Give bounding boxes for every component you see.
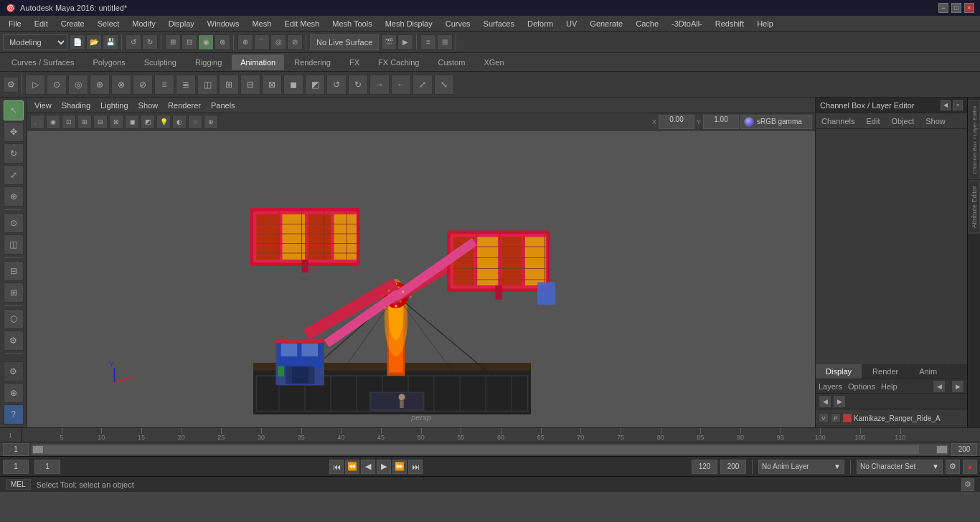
shelf-button-14[interactable]: ↺ [326, 75, 347, 95]
save-file-button[interactable]: 💾 [103, 34, 118, 50]
menu-item-windows[interactable]: Windows [202, 18, 245, 29]
menu-item-generate[interactable]: Generate [584, 18, 628, 29]
create-poly-button[interactable]: ⬡ [4, 309, 24, 329]
play-backward-button[interactable]: ◀ [361, 460, 375, 474]
shelf-button-4[interactable]: ⊗ [111, 75, 131, 95]
camera-select-button[interactable]: 🎥 [30, 115, 44, 129]
layer-playback-button[interactable]: P [831, 413, 841, 423]
start-frame-field[interactable]: 1 [34, 460, 60, 474]
menu-item-cache[interactable]: Cache [630, 18, 664, 29]
show-tab[interactable]: Show [923, 115, 948, 127]
minimize-button[interactable]: − [938, 3, 948, 13]
viewport-menu-lighting[interactable]: Lighting [96, 100, 133, 111]
workflow-tab-rendering[interactable]: Rendering [286, 54, 339, 70]
menu-item-deform[interactable]: Deform [522, 18, 559, 29]
layer-visibility-button[interactable]: V [819, 413, 829, 423]
scale-tool-button[interactable]: ⤢ [4, 165, 24, 185]
workflow-tab-polygons[interactable]: Polygons [84, 54, 133, 70]
shelf-button-12[interactable]: ◼ [283, 75, 303, 95]
workflow-tab-custom[interactable]: Custom [430, 54, 474, 70]
shelf-button-10[interactable]: ⊟ [240, 75, 260, 95]
anim-layers-tab[interactable]: Anim [909, 364, 948, 379]
menu-item-help[interactable]: Help [751, 18, 779, 29]
attribute-editor-vtab[interactable]: Attribute Editor [969, 181, 980, 234]
textured-button[interactable]: ◩ [141, 115, 155, 129]
layers-menu-options[interactable]: Options [848, 382, 875, 391]
menu-item-curves[interactable]: Curves [440, 18, 476, 29]
shelf-button-1[interactable]: ⊙ [47, 75, 67, 95]
edit-tab[interactable]: Edit [863, 115, 882, 127]
render-layers-tab[interactable]: Render [862, 364, 909, 379]
workflow-tab-curves---surfaces[interactable]: Curves / Surfaces [3, 54, 83, 70]
no-live-surface-button[interactable]: No Live Surface [310, 34, 379, 50]
select-tool-button[interactable]: ↖ [4, 100, 24, 120]
layer-next-button[interactable]: ▶ [833, 395, 846, 408]
coord-x-field[interactable]: 0.00 [659, 115, 694, 129]
range-end-field[interactable]: 200 [951, 443, 977, 456]
layer-color-swatch[interactable] [843, 414, 852, 422]
step-forward-button[interactable]: ⏩ [392, 460, 407, 474]
rotate-tool-button[interactable]: ↻ [4, 143, 24, 163]
menu-item-edit[interactable]: Edit [29, 18, 54, 29]
undo-button[interactable]: ↺ [126, 34, 141, 50]
step-backward-button[interactable]: ⏪ [345, 460, 359, 474]
shelf-button-0[interactable]: ▷ [25, 75, 45, 95]
menu-item--3dtoall-[interactable]: -3DtoAll- [666, 18, 708, 29]
shelf-button-18[interactable]: ⤢ [413, 75, 433, 95]
redo-button[interactable]: ↻ [142, 34, 158, 50]
menu-item-mesh[interactable]: Mesh [246, 18, 277, 29]
workflow-tab-xgen[interactable]: XGen [475, 54, 512, 70]
range-bar[interactable] [32, 445, 948, 455]
viewport-menu-shading[interactable]: Shading [57, 100, 95, 111]
range-start-field[interactable]: 1 [3, 443, 29, 456]
menu-item-create[interactable]: Create [55, 18, 90, 29]
snap-to-grid-button[interactable]: ⊕ [237, 34, 253, 50]
layer-prev-button[interactable]: ◀ [819, 395, 831, 408]
workflow-tab-sculpting[interactable]: Sculpting [136, 54, 185, 70]
timeline-ruler[interactable]: 5101520253035404550556065707580859095100… [22, 428, 980, 442]
shelf-button-5[interactable]: ⊘ [133, 75, 153, 95]
select-object-button[interactable]: ◉ [198, 34, 214, 50]
move-tool-button[interactable]: ✥ [4, 122, 24, 142]
playback-auto-key-button[interactable]: ● [963, 460, 977, 474]
channel-box-close-button[interactable]: × [953, 100, 963, 110]
shelf-button-11[interactable]: ⊠ [262, 75, 282, 95]
coord-y-field[interactable]: 1.00 [703, 115, 739, 129]
show-manip-button[interactable]: ◫ [4, 234, 24, 255]
menu-item-surfaces[interactable]: Surfaces [478, 18, 520, 29]
anim-layer-dropdown[interactable]: No Anim Layer ▼ [758, 460, 844, 474]
attribute-button[interactable]: ⚙ [4, 361, 24, 381]
ao-button[interactable]: ○ [188, 115, 202, 129]
workflow-tab-animation[interactable]: Animation [232, 54, 284, 70]
shelf-button-6[interactable]: ≡ [154, 75, 174, 95]
maximize-button[interactable]: □ [951, 3, 961, 13]
channel-box-pin-button[interactable]: ◀ [941, 100, 951, 110]
soft-modify-button[interactable]: ⊙ [4, 213, 24, 233]
end-frame-field[interactable]: 120 [692, 460, 717, 474]
timeline-frame-field[interactable]: 1 [0, 428, 22, 442]
status-settings-button[interactable]: ⚙ [961, 478, 974, 491]
playback-settings-button[interactable]: ⚙ [946, 460, 960, 474]
shelf-button-16[interactable]: → [369, 75, 390, 95]
snap-to-curve-button[interactable]: ⌒ [254, 34, 270, 50]
shelf-button-3[interactable]: ⊕ [90, 75, 110, 95]
shadows-button[interactable]: ◐ [172, 115, 187, 129]
menu-item-uv[interactable]: UV [560, 18, 583, 29]
range-end-time-field[interactable]: 200 [720, 460, 746, 474]
render-settings-button[interactable]: 🎬 [381, 34, 397, 50]
lighting-button[interactable]: 💡 [156, 115, 171, 129]
lasso-tool-button[interactable]: ⊟ [4, 261, 24, 281]
expand-button[interactable]: ⊕ [4, 383, 24, 403]
shelf-button-19[interactable]: ⤡ [434, 75, 454, 95]
menu-item-redshift[interactable]: Redshift [710, 18, 750, 29]
viewport-menu-show[interactable]: Show [134, 100, 163, 111]
layer-scroll-up[interactable]: ◀ [933, 380, 946, 393]
menu-item-display[interactable]: Display [163, 18, 200, 29]
snap-to-point-button[interactable]: ◎ [270, 34, 286, 50]
viewport-menu-panels[interactable]: Panels [207, 100, 240, 111]
viewport-menu-renderer[interactable]: Renderer [164, 100, 205, 111]
layers-menu-help[interactable]: Help [881, 382, 897, 391]
menu-item-mesh-display[interactable]: Mesh Display [380, 18, 438, 29]
workflow-tab-rigging[interactable]: Rigging [187, 54, 230, 70]
hud-button[interactable]: ⊕ [204, 115, 218, 129]
